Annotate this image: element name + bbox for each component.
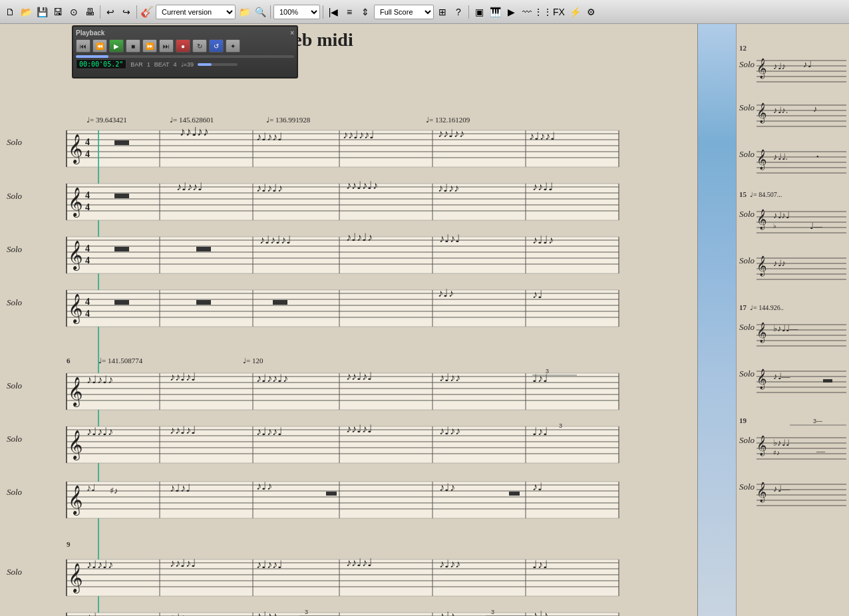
fr-clef6: 𝄞 [757, 322, 766, 343]
sep4 [323, 5, 323, 19]
page-icon[interactable]: ⊞ [435, 5, 450, 19]
piano-icon[interactable]: 🎹 [488, 5, 502, 19]
record-icon[interactable]: ⊙ [67, 5, 81, 19]
sep2 [136, 5, 137, 19]
zoom-dropdown[interactable]: 100% [273, 5, 320, 19]
staff4-solo-label: Solo [7, 297, 23, 307]
instrument-icon[interactable]: 🎸 [140, 5, 154, 19]
save-icon[interactable]: 💾 [35, 5, 49, 19]
sep3 [270, 5, 271, 19]
fr-staff7-notes: ♪♩— [773, 371, 791, 381]
playback-close-button[interactable]: × [290, 29, 294, 37]
mixer-icon[interactable]: ⋮⋮ [536, 5, 550, 19]
staff5-notes-3: ♪♩♪♪♩♪ [256, 373, 288, 384]
staff1-whole-rest [114, 140, 129, 145]
staff2-notes-2: ♪♩♪♩♪ [256, 182, 283, 194]
pb-tempo-value: ♩=39 [181, 61, 194, 68]
pb-time-display: 00:00'05.2" [76, 59, 126, 69]
tempo-mark-1: ♩= 39.643421 [86, 116, 127, 124]
nav-arrow-icon[interactable]: ⇕ [358, 5, 373, 19]
pb-rewind-button[interactable]: ⏪ [92, 39, 107, 53]
pb-loop2-button[interactable]: ↺ [209, 39, 224, 53]
staff3-rest2 [196, 247, 211, 251]
new-icon[interactable]: 🗋 [3, 5, 17, 19]
fr-staff8-sharps: ♯♪ [773, 449, 780, 456]
search-icon[interactable]: 🔍 [253, 5, 267, 19]
staff9-notes-2: ♪♩♪ [170, 612, 186, 616]
plug-icon[interactable]: ⚡ [568, 5, 582, 19]
fr-staff3-notes: ♪♩♩. [773, 152, 788, 162]
score-dropdown[interactable]: Full Score [374, 5, 434, 19]
redo-icon[interactable]: ↪ [119, 5, 134, 19]
staff2-notes-5: ♪♪♩♩ [532, 181, 554, 192]
staff8-notes-2: ♪♪♩♪♩ [170, 557, 196, 569]
pb-beat-value: 4 [174, 61, 177, 68]
pb-position-slider[interactable] [76, 55, 294, 58]
fr-staff6-notes: ♭♪♩♩— [773, 323, 799, 333]
staff3-timesig-bot: 4 [85, 255, 90, 265]
pb-beat-label: BEAT [154, 61, 170, 68]
staff1-notes-2: ♪♩♪♪♩ [256, 131, 283, 142]
pb-forward-button[interactable]: ⏩ [142, 39, 157, 53]
staff3-timesig-top: 4 [85, 243, 90, 253]
pb-end-button[interactable]: ⏭ [159, 39, 174, 53]
pb-rewind-start-button[interactable]: ⏮ [76, 39, 90, 53]
staff9-notes-5: ♪♩♪ [532, 609, 548, 616]
staff8-solo-label: Solo [7, 567, 23, 577]
folder2-icon[interactable]: 📁 [237, 5, 252, 19]
open-folder-icon[interactable]: 📂 [19, 5, 33, 19]
fr-section19-triplet: 3— [813, 418, 822, 424]
score-svg: ♩= 39.643421 ♩= 145.628601 ♩= 136.991928… [0, 110, 652, 616]
staff5-notes-4: ♪♪♩♪♩ [346, 371, 373, 382]
staff3-notes-1: ♪♩♪♩♪♩ [259, 234, 291, 245]
playback-panel: Playback × ⏮ ⏪ ▶ ■ ⏩ ⏭ ● ↻ ↺ ✦ 00:00'05.… [72, 25, 298, 78]
fx-icon[interactable]: FX [552, 5, 566, 19]
staff7-solo-label: Solo [7, 487, 23, 497]
staff7-notes-4: ♪♩♪ [439, 482, 455, 493]
staff3-notes-2: ♪♩♪♩♪ [346, 231, 373, 243]
far-right-section15: 15 [739, 190, 747, 198]
pb-play-button[interactable]: ▶ [109, 39, 124, 53]
staff7-notes-2: ♪♩♪♩ [170, 482, 191, 494]
far-right-panel: 12 Solo 𝄞 ♪♩♪ ♪♩ Solo 𝄞 ♪♩♪. ♪ Solo 𝄞 [736, 24, 849, 616]
staff1-solo-label: Solo [7, 137, 23, 147]
staff9-triplet2: 3 [491, 609, 494, 615]
staff9-notes-4: ♪♩♪ [439, 610, 455, 616]
pb-record-button[interactable]: ● [176, 39, 190, 53]
nav-lines-icon[interactable]: ≡ [342, 5, 357, 19]
help-icon[interactable]: ? [451, 5, 466, 19]
fr-staff9-notes: ♪♩— [773, 484, 791, 494]
version-dropdown[interactable]: Current version [156, 5, 236, 19]
staff3-solo-label: Solo [7, 244, 23, 254]
staff3-rest1 [114, 247, 129, 251]
wave-icon[interactable]: 〰 [520, 5, 534, 19]
fr-staff8-notes: ♭♪♩♩ [773, 438, 790, 448]
main-toolbar: 🗋 📂 💾 🖫 ⊙ 🖶 ↩ ↪ 🎸 Current version 📁 🔍 10… [0, 0, 849, 24]
print-icon[interactable]: 🖶 [83, 5, 97, 19]
nav-start-icon[interactable]: |◀ [326, 5, 341, 19]
undo-icon[interactable]: ↩ [103, 5, 118, 19]
fr-clef3: 𝄞 [757, 149, 766, 170]
settings-icon[interactable]: ⚙ [584, 5, 598, 19]
staff4-clef: 𝄞 [68, 293, 83, 325]
fr-staff4-flat: ♭ [773, 222, 776, 230]
fr-clef8: 𝄞 [757, 435, 766, 456]
play2-icon[interactable]: ▶ [504, 5, 518, 19]
sep1 [100, 5, 100, 19]
staff1-timesig-bot: 4 [85, 149, 90, 159]
fr-solo1-label: Solo [739, 59, 755, 69]
staff8-notes-1: ♪♩♪♩♪ [86, 559, 113, 570]
staff4-notes-1: ♪♩♪ [438, 287, 454, 299]
pb-extra-button[interactable]: ✦ [226, 39, 240, 53]
pb-tempo-slider[interactable] [198, 63, 238, 66]
pb-bar-label: BAR [130, 61, 143, 68]
staff1-notes-4: ♪♪♩♪♪ [438, 128, 464, 139]
pb-loop1-button[interactable]: ↻ [192, 39, 207, 53]
staff5-notes-1: ♪♩♪♩♪ [86, 374, 113, 385]
staff4-rest2 [196, 300, 211, 305]
pb-stop-button[interactable]: ■ [126, 39, 140, 53]
right-scroll-panel[interactable] [697, 24, 736, 616]
disk-icon[interactable]: 🖫 [51, 5, 65, 19]
window-icon[interactable]: ▣ [472, 5, 486, 19]
staff9-triplet1: 3 [305, 609, 308, 615]
